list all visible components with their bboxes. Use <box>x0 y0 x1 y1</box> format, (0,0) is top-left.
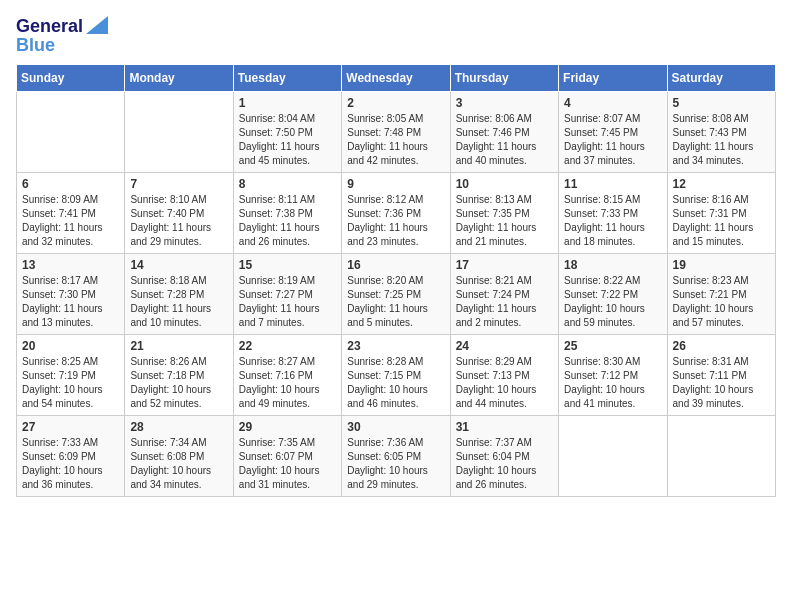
calendar-cell: 18Sunrise: 8:22 AM Sunset: 7:22 PM Dayli… <box>559 253 667 334</box>
logo-blue-text: Blue <box>16 36 55 56</box>
day-header-monday: Monday <box>125 64 233 91</box>
calendar-cell: 11Sunrise: 8:15 AM Sunset: 7:33 PM Dayli… <box>559 172 667 253</box>
calendar-cell: 27Sunrise: 7:33 AM Sunset: 6:09 PM Dayli… <box>17 415 125 496</box>
day-info: Sunrise: 8:19 AM Sunset: 7:27 PM Dayligh… <box>239 274 336 330</box>
calendar-cell: 16Sunrise: 8:20 AM Sunset: 7:25 PM Dayli… <box>342 253 450 334</box>
day-info: Sunrise: 7:35 AM Sunset: 6:07 PM Dayligh… <box>239 436 336 492</box>
calendar-cell: 9Sunrise: 8:12 AM Sunset: 7:36 PM Daylig… <box>342 172 450 253</box>
day-number: 28 <box>130 420 227 434</box>
day-info: Sunrise: 8:30 AM Sunset: 7:12 PM Dayligh… <box>564 355 661 411</box>
day-info: Sunrise: 8:25 AM Sunset: 7:19 PM Dayligh… <box>22 355 119 411</box>
day-info: Sunrise: 8:07 AM Sunset: 7:45 PM Dayligh… <box>564 112 661 168</box>
calendar-cell: 28Sunrise: 7:34 AM Sunset: 6:08 PM Dayli… <box>125 415 233 496</box>
day-info: Sunrise: 8:31 AM Sunset: 7:11 PM Dayligh… <box>673 355 770 411</box>
calendar-cell: 19Sunrise: 8:23 AM Sunset: 7:21 PM Dayli… <box>667 253 775 334</box>
logo: General Blue <box>16 16 108 56</box>
day-number: 22 <box>239 339 336 353</box>
calendar-cell <box>125 91 233 172</box>
day-info: Sunrise: 8:09 AM Sunset: 7:41 PM Dayligh… <box>22 193 119 249</box>
day-info: Sunrise: 8:08 AM Sunset: 7:43 PM Dayligh… <box>673 112 770 168</box>
calendar-cell: 26Sunrise: 8:31 AM Sunset: 7:11 PM Dayli… <box>667 334 775 415</box>
calendar-cell: 3Sunrise: 8:06 AM Sunset: 7:46 PM Daylig… <box>450 91 558 172</box>
calendar-cell: 23Sunrise: 8:28 AM Sunset: 7:15 PM Dayli… <box>342 334 450 415</box>
day-info: Sunrise: 8:28 AM Sunset: 7:15 PM Dayligh… <box>347 355 444 411</box>
calendar-week-4: 20Sunrise: 8:25 AM Sunset: 7:19 PM Dayli… <box>17 334 776 415</box>
day-info: Sunrise: 8:06 AM Sunset: 7:46 PM Dayligh… <box>456 112 553 168</box>
calendar-cell: 15Sunrise: 8:19 AM Sunset: 7:27 PM Dayli… <box>233 253 341 334</box>
calendar-cell: 13Sunrise: 8:17 AM Sunset: 7:30 PM Dayli… <box>17 253 125 334</box>
day-info: Sunrise: 8:16 AM Sunset: 7:31 PM Dayligh… <box>673 193 770 249</box>
calendar-cell: 6Sunrise: 8:09 AM Sunset: 7:41 PM Daylig… <box>17 172 125 253</box>
day-info: Sunrise: 8:15 AM Sunset: 7:33 PM Dayligh… <box>564 193 661 249</box>
calendar-cell: 1Sunrise: 8:04 AM Sunset: 7:50 PM Daylig… <box>233 91 341 172</box>
day-number: 25 <box>564 339 661 353</box>
calendar-cell: 31Sunrise: 7:37 AM Sunset: 6:04 PM Dayli… <box>450 415 558 496</box>
day-number: 1 <box>239 96 336 110</box>
day-number: 11 <box>564 177 661 191</box>
day-info: Sunrise: 7:37 AM Sunset: 6:04 PM Dayligh… <box>456 436 553 492</box>
calendar-cell: 8Sunrise: 8:11 AM Sunset: 7:38 PM Daylig… <box>233 172 341 253</box>
day-info: Sunrise: 8:18 AM Sunset: 7:28 PM Dayligh… <box>130 274 227 330</box>
day-number: 20 <box>22 339 119 353</box>
calendar-table: SundayMondayTuesdayWednesdayThursdayFrid… <box>16 64 776 497</box>
logo-text: General <box>16 17 83 37</box>
day-number: 2 <box>347 96 444 110</box>
day-info: Sunrise: 8:04 AM Sunset: 7:50 PM Dayligh… <box>239 112 336 168</box>
calendar-cell: 5Sunrise: 8:08 AM Sunset: 7:43 PM Daylig… <box>667 91 775 172</box>
calendar-cell <box>559 415 667 496</box>
calendar-cell: 4Sunrise: 8:07 AM Sunset: 7:45 PM Daylig… <box>559 91 667 172</box>
day-info: Sunrise: 8:05 AM Sunset: 7:48 PM Dayligh… <box>347 112 444 168</box>
day-number: 7 <box>130 177 227 191</box>
page-header: General Blue <box>16 16 776 56</box>
day-number: 14 <box>130 258 227 272</box>
day-info: Sunrise: 7:33 AM Sunset: 6:09 PM Dayligh… <box>22 436 119 492</box>
day-header-friday: Friday <box>559 64 667 91</box>
day-number: 6 <box>22 177 119 191</box>
day-number: 31 <box>456 420 553 434</box>
day-number: 30 <box>347 420 444 434</box>
calendar-cell: 17Sunrise: 8:21 AM Sunset: 7:24 PM Dayli… <box>450 253 558 334</box>
calendar-cell: 29Sunrise: 7:35 AM Sunset: 6:07 PM Dayli… <box>233 415 341 496</box>
day-header-thursday: Thursday <box>450 64 558 91</box>
day-info: Sunrise: 8:22 AM Sunset: 7:22 PM Dayligh… <box>564 274 661 330</box>
day-number: 24 <box>456 339 553 353</box>
calendar-week-5: 27Sunrise: 7:33 AM Sunset: 6:09 PM Dayli… <box>17 415 776 496</box>
calendar-cell: 24Sunrise: 8:29 AM Sunset: 7:13 PM Dayli… <box>450 334 558 415</box>
logo-triangle-icon <box>86 16 108 34</box>
day-info: Sunrise: 8:29 AM Sunset: 7:13 PM Dayligh… <box>456 355 553 411</box>
calendar-cell <box>667 415 775 496</box>
svg-marker-0 <box>86 16 108 34</box>
day-header-tuesday: Tuesday <box>233 64 341 91</box>
day-info: Sunrise: 8:21 AM Sunset: 7:24 PM Dayligh… <box>456 274 553 330</box>
calendar-cell: 2Sunrise: 8:05 AM Sunset: 7:48 PM Daylig… <box>342 91 450 172</box>
day-number: 5 <box>673 96 770 110</box>
day-info: Sunrise: 8:27 AM Sunset: 7:16 PM Dayligh… <box>239 355 336 411</box>
calendar-cell: 25Sunrise: 8:30 AM Sunset: 7:12 PM Dayli… <box>559 334 667 415</box>
calendar-week-1: 1Sunrise: 8:04 AM Sunset: 7:50 PM Daylig… <box>17 91 776 172</box>
day-info: Sunrise: 8:10 AM Sunset: 7:40 PM Dayligh… <box>130 193 227 249</box>
day-number: 27 <box>22 420 119 434</box>
day-info: Sunrise: 8:23 AM Sunset: 7:21 PM Dayligh… <box>673 274 770 330</box>
day-number: 17 <box>456 258 553 272</box>
day-info: Sunrise: 7:34 AM Sunset: 6:08 PM Dayligh… <box>130 436 227 492</box>
day-number: 21 <box>130 339 227 353</box>
day-number: 26 <box>673 339 770 353</box>
day-info: Sunrise: 7:36 AM Sunset: 6:05 PM Dayligh… <box>347 436 444 492</box>
day-info: Sunrise: 8:26 AM Sunset: 7:18 PM Dayligh… <box>130 355 227 411</box>
calendar-cell: 22Sunrise: 8:27 AM Sunset: 7:16 PM Dayli… <box>233 334 341 415</box>
day-number: 18 <box>564 258 661 272</box>
day-number: 8 <box>239 177 336 191</box>
calendar-cell: 21Sunrise: 8:26 AM Sunset: 7:18 PM Dayli… <box>125 334 233 415</box>
calendar-cell: 7Sunrise: 8:10 AM Sunset: 7:40 PM Daylig… <box>125 172 233 253</box>
calendar-cell <box>17 91 125 172</box>
day-number: 4 <box>564 96 661 110</box>
day-info: Sunrise: 8:12 AM Sunset: 7:36 PM Dayligh… <box>347 193 444 249</box>
day-info: Sunrise: 8:11 AM Sunset: 7:38 PM Dayligh… <box>239 193 336 249</box>
day-number: 29 <box>239 420 336 434</box>
day-number: 16 <box>347 258 444 272</box>
calendar-cell: 12Sunrise: 8:16 AM Sunset: 7:31 PM Dayli… <box>667 172 775 253</box>
calendar-cell: 10Sunrise: 8:13 AM Sunset: 7:35 PM Dayli… <box>450 172 558 253</box>
day-info: Sunrise: 8:17 AM Sunset: 7:30 PM Dayligh… <box>22 274 119 330</box>
day-info: Sunrise: 8:20 AM Sunset: 7:25 PM Dayligh… <box>347 274 444 330</box>
day-number: 19 <box>673 258 770 272</box>
